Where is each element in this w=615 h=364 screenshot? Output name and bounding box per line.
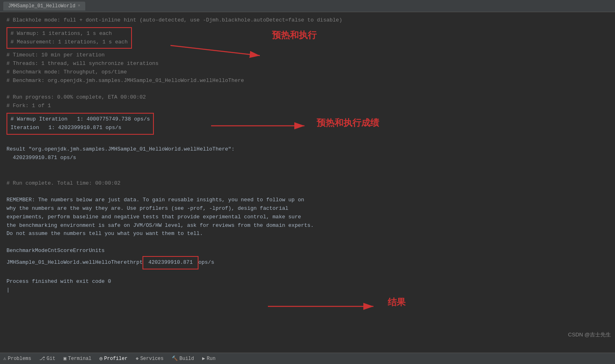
status-build[interactable]: 🔨 Build xyxy=(172,355,194,362)
empty-line-2 xyxy=(6,137,609,146)
build-label: Build xyxy=(179,356,194,362)
run-complete-line: # Run complete. Total time: 00:00:02 xyxy=(6,179,609,188)
status-run[interactable]: ▶ Run xyxy=(202,355,216,362)
title-bar: JMHSample_01_HelloWorld × xyxy=(0,0,615,12)
remember-line-4: the benchmarking environment is safe on … xyxy=(6,222,609,230)
empty-line-7 xyxy=(6,269,609,278)
git-label: Git xyxy=(47,356,56,362)
watermark: CSDN @吉士先生 xyxy=(568,331,611,338)
tab-label: JMHSample_01_HelloWorld xyxy=(8,3,76,9)
git-icon: ⎇ xyxy=(39,355,45,362)
measurement-line: # Measurement: 1 iterations, 1 s each xyxy=(11,38,128,47)
col-mode: Mode xyxy=(35,247,47,255)
profiler-icon: ◎ xyxy=(99,355,102,362)
warmup-iteration-line: # Warmup Iteration 1: 4000775749.738 ops… xyxy=(11,115,150,124)
table-data-row: JMHSample_01_HelloWorld.wellHelloThere t… xyxy=(6,256,609,269)
status-profiler[interactable]: ◎ Profiler xyxy=(99,355,127,362)
col-units: Units xyxy=(89,247,105,255)
iteration-label: 预热和执行成绩 xyxy=(317,117,379,129)
status-problems[interactable]: ⚠ Problems xyxy=(3,355,31,362)
build-icon: 🔨 xyxy=(172,355,178,362)
tab-close-icon[interactable]: × xyxy=(78,4,80,8)
benchmark-table: Benchmark Mode Cnt Score Error Units JMH… xyxy=(6,247,609,269)
warmup-label: 预热和执行 xyxy=(272,29,317,41)
run-progress-line: # Run progress: 0.00% complete, ETA 00:0… xyxy=(6,93,609,102)
result-label-line: Result "org.openjdk.jmh.samples.JMHSampl… xyxy=(6,145,609,154)
benchmark-mode-line: # Benchmark mode: Throughput, ops/time xyxy=(6,68,609,77)
warning-icon: ⚠ xyxy=(3,355,6,362)
status-bar: ⚠ Problems ⎇ Git ▣ Terminal ◎ Profiler ❖… xyxy=(0,353,615,364)
units-value: ops/s xyxy=(199,258,214,267)
remember-line-3: experiments, perform baseline and negati… xyxy=(6,213,609,222)
empty-line-6 xyxy=(6,238,609,247)
benchmark-name: JMHSample_01_HelloWorld.wellHelloThere xyxy=(6,258,127,267)
benchmark-name-line: # Benchmark: org.openjdk.jmh.samples.JMH… xyxy=(6,77,609,85)
services-icon: ❖ xyxy=(136,355,138,362)
status-git[interactable]: ⎇ Git xyxy=(39,355,56,362)
profiler-label: Profiler xyxy=(104,356,128,362)
process-finished-line: Process finished with exit code 0 xyxy=(6,278,609,286)
timeout-line: # Timeout: 10 min per iteration xyxy=(6,51,609,60)
warmup-measurement-box: # Warmup: 1 iterations, 1 s each # Measu… xyxy=(6,26,132,50)
score-value: 4202399910.871 xyxy=(148,259,192,265)
empty-line-4 xyxy=(6,171,609,179)
empty-line-3 xyxy=(6,162,609,171)
score-box: 4202399910.871 xyxy=(142,256,198,269)
run-label: Run xyxy=(207,356,216,362)
col-cnt: Cnt xyxy=(47,247,57,255)
terminal-label: Terminal xyxy=(68,356,92,362)
iteration-box: # Warmup Iteration 1: 4000775749.738 ops… xyxy=(6,112,154,136)
table-header-row: Benchmark Mode Cnt Score Error Units xyxy=(6,247,609,255)
remember-line-1: REMEMBER: The numbers below are just dat… xyxy=(6,196,609,205)
empty-line-1 xyxy=(6,85,609,94)
main-area: # Blackhole mode: full + dont-inline hin… xyxy=(0,12,615,353)
status-services[interactable]: ❖ Services xyxy=(136,355,164,362)
result-value-line: 4202399910.871 ops/s xyxy=(6,154,609,162)
remember-line-5: Do not assume the numbers tell you what … xyxy=(6,230,609,238)
console-area: # Blackhole mode: full + dont-inline hin… xyxy=(0,12,615,299)
score-container: 4202399910.871 xyxy=(142,256,198,269)
content-wrapper: # Blackhole mode: full + dont-inline hin… xyxy=(0,12,615,353)
warmup-line: # Warmup: 1 iterations, 1 s each xyxy=(11,30,128,38)
fork-line: # Fork: 1 of 1 xyxy=(6,102,609,110)
empty-line-5 xyxy=(6,187,609,196)
col-benchmark: Benchmark xyxy=(6,247,35,255)
run-icon: ▶ xyxy=(202,355,205,362)
problems-label: Problems xyxy=(8,356,31,362)
console-line-blackhole: # Blackhole mode: full + dont-inline hin… xyxy=(6,16,609,25)
status-terminal[interactable]: ▣ Terminal xyxy=(63,355,91,362)
mode-value: thrpt xyxy=(127,258,142,267)
threads-line: # Threads: 1 thread, will synchronize it… xyxy=(6,60,609,68)
col-error: Error xyxy=(73,247,89,255)
file-tab[interactable]: JMHSample_01_HelloWorld × xyxy=(3,2,85,11)
terminal-icon: ▣ xyxy=(63,355,66,362)
remember-line-2: why the numbers are the way they are. Us… xyxy=(6,205,609,213)
col-score: Score xyxy=(57,247,73,255)
iteration-line: Iteration 1: 4202399910.871 ops/s xyxy=(11,124,150,132)
cursor-line: | xyxy=(6,286,609,295)
result-label-annotation: 结果 xyxy=(388,296,406,308)
services-label: Services xyxy=(140,356,164,362)
